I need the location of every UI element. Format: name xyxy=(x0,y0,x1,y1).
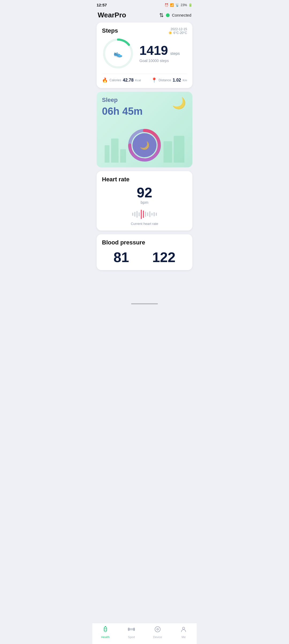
bp-diastolic: 81 xyxy=(113,249,129,265)
steps-goal: Goal:10000 steps xyxy=(139,59,187,63)
nav-sport-label: Sport xyxy=(128,635,135,639)
wave-bar-11 xyxy=(154,212,155,216)
wave-bar-1 xyxy=(132,213,133,216)
steps-header: Steps 2022-12-15 ☀️ 6°C-20°C xyxy=(102,27,187,35)
heart-wave-animation xyxy=(102,209,187,220)
building-5 xyxy=(174,136,184,163)
building-3 xyxy=(120,149,126,163)
connection-label: Connected xyxy=(172,13,191,17)
svg-rect-7 xyxy=(105,626,106,627)
calories-label: Calories xyxy=(109,78,121,82)
heart-rate-unit: bpm xyxy=(102,200,187,205)
status-icons: ⏰ 📶 📡 23% 🔋 xyxy=(165,3,192,7)
wave-bar-12 xyxy=(156,213,157,216)
home-indicator xyxy=(92,301,197,309)
calories-unit: Kcal xyxy=(135,79,141,82)
weather-icon: ☀️ xyxy=(168,31,172,35)
heart-rate-card: Heart rate 92 bpm Current heart rate xyxy=(97,171,192,231)
device-nav-icon xyxy=(154,626,161,634)
steps-card: Steps 2022-12-15 ☀️ 6°C-20°C 👟 1419 xyxy=(97,22,192,88)
me-nav-icon xyxy=(180,626,187,634)
svg-point-11 xyxy=(155,627,160,632)
blood-pressure-card: Blood pressure 81 122 xyxy=(97,234,192,270)
status-bar: 12:57 ⏰ 📶 📡 23% 🔋 xyxy=(92,0,197,9)
sleep-donut: 🌙 xyxy=(127,128,162,163)
sleep-moon-icon: 🌙 xyxy=(140,141,150,150)
wave-bar-8 xyxy=(147,212,148,216)
app-title: WearPro xyxy=(98,11,126,19)
distance-unit: Km xyxy=(183,79,187,82)
svg-rect-4 xyxy=(104,627,107,632)
nav-health-label: Health xyxy=(101,635,110,639)
distance-value: 1.02 xyxy=(173,78,181,83)
distance-label: Distance xyxy=(159,78,171,82)
sleep-inner: 🌙 xyxy=(132,133,157,157)
sort-icon[interactable]: ⇅ xyxy=(159,12,164,18)
steps-title: Steps xyxy=(102,27,118,34)
connection-dot xyxy=(166,13,170,17)
nav-device[interactable]: Device xyxy=(144,626,171,639)
moon-icon: 🌙 xyxy=(172,97,186,110)
steps-count: 1419 xyxy=(139,43,168,57)
wave-bar-10 xyxy=(151,213,153,216)
nav-sport[interactable]: Sport xyxy=(119,626,145,639)
calories-stat: 🔥 Calories 42.78 Kcal xyxy=(102,77,141,83)
steps-footer: 🔥 Calories 42.78 Kcal 📍 Distance 1.02 Km xyxy=(102,74,187,83)
signal-icon: 📡 xyxy=(175,3,179,7)
person-icon xyxy=(180,626,187,633)
heart-rate-title: Heart rate xyxy=(102,176,187,183)
building-1 xyxy=(105,145,109,163)
steps-circle: 👟 xyxy=(102,37,134,70)
device-icon xyxy=(154,626,161,633)
home-bar xyxy=(131,303,158,304)
app-header: WearPro ⇅ Connected xyxy=(92,9,197,22)
building-4 xyxy=(163,141,172,163)
wave-bar-4 xyxy=(139,212,140,216)
scroll-area: Steps 2022-12-15 ☀️ 6°C-20°C 👟 1419 xyxy=(92,22,197,301)
alarm-icon: ⏰ xyxy=(165,3,169,7)
steps-count-area: 1419 steps xyxy=(139,44,187,57)
wave-bar-3 xyxy=(136,211,138,218)
blood-pressure-title: Blood pressure xyxy=(102,239,187,246)
wave-bar-6 xyxy=(143,210,144,218)
battery-icon: 🔋 xyxy=(188,3,192,7)
svg-point-13 xyxy=(182,627,185,629)
wave-bar-2 xyxy=(134,212,135,217)
wave-bar-7 xyxy=(145,212,146,217)
nav-device-label: Device xyxy=(153,635,162,639)
fire-icon: 🔥 xyxy=(102,77,108,83)
building-2 xyxy=(111,139,119,163)
weather-text: ☀️ 6°C-20°C xyxy=(168,31,187,35)
temperature-range: 6°C-20°C xyxy=(173,31,187,35)
location-icon: 📍 xyxy=(151,77,157,83)
date-weather: 2022-12-15 ☀️ 6°C-20°C xyxy=(168,27,187,35)
sleep-circle-area: 🌙 xyxy=(102,120,187,163)
steps-unit: steps xyxy=(170,51,180,56)
blood-pressure-values: 81 122 xyxy=(102,249,187,265)
steps-main: 👟 1419 steps Goal:10000 steps xyxy=(102,37,187,70)
bp-systolic: 122 xyxy=(152,249,176,265)
sport-nav-icon xyxy=(128,626,135,634)
wave-bar-5 xyxy=(141,210,142,219)
status-time: 12:57 xyxy=(97,3,107,7)
nav-health[interactable]: Health xyxy=(92,626,119,639)
distance-stat: 📍 Distance 1.02 Km xyxy=(151,77,187,83)
heart-rate-label: Current heart rate xyxy=(102,222,187,226)
nav-me[interactable]: Me xyxy=(171,626,197,639)
header-actions: ⇅ Connected xyxy=(159,12,191,18)
health-nav-icon xyxy=(102,626,109,634)
bottom-navigation: Health Sport Device Me xyxy=(92,623,197,644)
battery-indicator: 23% xyxy=(181,3,187,7)
watch-icon xyxy=(102,626,109,633)
svg-point-12 xyxy=(157,628,158,630)
sleep-card: Sleep 06h 45m 🌙 xyxy=(97,92,192,167)
footsteps-icon: 👟 xyxy=(113,49,123,58)
steps-info: 1419 steps Goal:10000 steps xyxy=(139,44,187,63)
calories-value: 42.78 xyxy=(123,78,134,83)
sleep-title: Sleep xyxy=(102,97,118,103)
nav-me-label: Me xyxy=(182,635,186,639)
date-text: 2022-12-15 xyxy=(168,27,187,31)
wifi-icon: 📶 xyxy=(170,3,174,7)
wave-bar-9 xyxy=(149,211,150,217)
dumbbell-icon xyxy=(128,626,135,633)
